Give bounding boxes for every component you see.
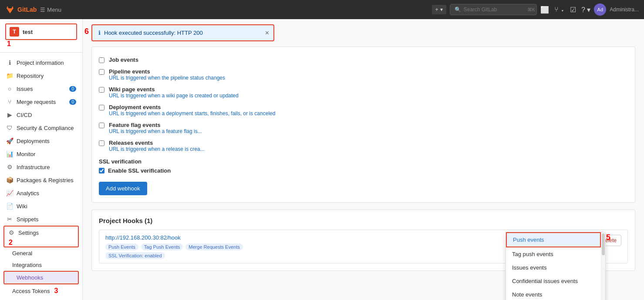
ssl-tag: SSL Verification: enabled — [105, 252, 165, 259]
dropdown-scrollbar[interactable] — [601, 232, 605, 300]
display-icon[interactable]: ⬜ — [540, 6, 549, 14]
snippets-icon: ✂ — [6, 216, 13, 223]
sidebar-item-project-information[interactable]: ℹ Project information — [0, 56, 82, 69]
event-row-job: Job events — [99, 54, 628, 66]
deployment-events-checkbox[interactable] — [99, 105, 105, 110]
sidebar-sub-item-webhooks[interactable]: Webhooks — [3, 271, 79, 284]
sidebar-label: Analytics — [17, 190, 39, 197]
deployment-events-label: Deployment events — [109, 104, 275, 110]
event-row-wiki: Wiki page events URL is triggered when a… — [99, 83, 628, 101]
ssl-checkbox-label: Enable SSL verification — [108, 167, 171, 174]
sidebar-label: CI/CD — [17, 112, 32, 118]
dropdown-item-issues[interactable]: Issues events — [506, 261, 601, 274]
releases-events-desc: URL is triggered when a release is crea.… — [109, 146, 205, 152]
sidebar-item-repository[interactable]: 📁 Repository — [0, 69, 82, 82]
dropdown-item-note[interactable]: Note events — [506, 288, 601, 300]
sidebar-label: Issues — [17, 86, 33, 92]
sidebar: T test 1 ℹ Project information 📁 Reposit… — [0, 19, 83, 300]
notification-close-button[interactable]: × — [265, 29, 269, 37]
feature-flag-events-checkbox[interactable] — [99, 123, 105, 128]
event-row-deployment: Deployment events URL is triggered when … — [99, 101, 628, 119]
security-icon: 🛡 — [6, 124, 13, 131]
info-icon: ℹ — [6, 59, 13, 66]
sidebar-sub-item-repository-settings[interactable]: Repository — [0, 297, 82, 300]
analytics-icon: 📈 — [6, 190, 13, 197]
sidebar-label: Repository — [17, 73, 44, 79]
sidebar-item-wiki[interactable]: 📄 Wiki — [0, 200, 82, 213]
sidebar-item-monitor[interactable]: 📊 Monitor — [0, 147, 82, 160]
sidebar-label: Monitor — [17, 151, 35, 157]
sidebar-item-merge-requests[interactable]: ⑂ Merge requests 0 — [0, 95, 82, 108]
help-icon[interactable]: ? ▾ — [581, 6, 590, 14]
sidebar-sub-item-integrations[interactable]: Integrations — [0, 259, 82, 271]
avatar[interactable]: Ad — [594, 3, 606, 16]
sidebar-label: Snippets — [17, 216, 39, 223]
sidebar-item-infrastructure[interactable]: ⚙ Infrastructure — [0, 160, 82, 173]
event-row-pipeline: Pipeline events URL is triggered when th… — [99, 66, 628, 83]
wiki-icon: 📄 — [6, 203, 13, 210]
search-box[interactable]: 🔍 ⌘K — [450, 4, 537, 15]
push-events-tag: Push Events — [105, 243, 138, 250]
sidebar-item-issues[interactable]: ○ Issues 0 — [0, 82, 82, 95]
sidebar-item-cicd[interactable]: ▶ CI/CD — [0, 108, 82, 121]
sidebar-label: Packages & Registries — [17, 177, 74, 183]
repository-icon: 📁 — [6, 72, 13, 79]
info-icon: ℹ — [98, 30, 101, 36]
pipeline-events-checkbox[interactable] — [99, 69, 105, 75]
sub-label: Integrations — [12, 262, 42, 268]
merge-icon: ⑂ — [6, 98, 13, 105]
menu-button[interactable]: ☰ Menu — [40, 7, 61, 13]
project-hooks-section: Project Hooks (1) http://192.168.200.30:… — [91, 210, 635, 271]
main-content: ℹ Hook executed successfully: HTTP 200 ×… — [83, 19, 644, 300]
hook-url: http://192.168.200.30:82/hook — [105, 234, 243, 241]
search-input[interactable] — [464, 7, 525, 13]
annotation-5: 5 — [606, 233, 610, 242]
sidebar-item-deployments[interactable]: 🚀 Deployments — [0, 134, 82, 147]
packages-icon: 📦 — [6, 177, 13, 183]
issues-icon: ○ — [6, 85, 13, 92]
sidebar-sub-item-general[interactable]: General — [0, 247, 82, 259]
sidebar-label: Security & Compliance — [17, 125, 74, 131]
sidebar-label: Deployments — [17, 138, 50, 144]
sidebar-item-snippets[interactable]: ✂ Snippets — [0, 213, 82, 226]
topnav: GitLab ☰ Menu + ▾ 🔍 ⌘K ⬜ ⑂ ▾ ☑ ? ▾ Ad Ad… — [0, 0, 644, 19]
sidebar-item-analytics[interactable]: 📈 Analytics — [0, 187, 82, 200]
project-selector[interactable]: T test — [5, 23, 77, 40]
plus-icon: + — [435, 7, 438, 13]
topnav-icons: ⬜ ⑂ ▾ ☑ ? ▾ — [540, 6, 591, 14]
mr-badge: 0 — [69, 99, 76, 105]
wiki-events-desc: URL is triggered when a wiki page is cre… — [109, 93, 239, 99]
feature-flag-events-label: Feature flag events — [109, 122, 202, 128]
hamburger-icon: ☰ — [40, 7, 45, 13]
sidebar-label: Settings — [18, 230, 39, 236]
releases-events-checkbox[interactable] — [99, 140, 105, 146]
gitlab-logo[interactable]: GitLab — [5, 5, 37, 14]
settings-icon: ⚙ — [8, 229, 15, 236]
job-events-label: Job events — [109, 57, 138, 63]
annotation-3: 3 — [54, 287, 58, 295]
project-name: test — [23, 29, 33, 35]
issues-badge: 0 — [69, 86, 76, 92]
job-events-checkbox[interactable] — [99, 57, 105, 63]
logo-text: GitLab — [17, 6, 37, 13]
settings-section: ⚙ Settings 2 — [3, 226, 79, 247]
todo-icon[interactable]: ☑ — [570, 6, 576, 14]
wiki-events-checkbox[interactable] — [99, 87, 105, 93]
monitor-icon: 📊 — [6, 150, 13, 157]
annotation-6: 6 — [84, 27, 89, 36]
ssl-checkbox[interactable] — [99, 168, 105, 173]
sidebar-item-security[interactable]: 🛡 Security & Compliance — [0, 121, 82, 134]
add-webhook-button[interactable]: Add webhook — [99, 182, 147, 195]
test-dropdown: Push events 5 Tag push events Issues eve… — [506, 232, 606, 300]
sidebar-item-packages[interactable]: 📦 Packages & Registries — [0, 173, 82, 187]
feature-flag-events-desc: URL is triggered when a feature flag is.… — [109, 128, 202, 134]
dropdown-item-tag-push[interactable]: Tag push events — [506, 247, 601, 261]
notification-bar: ℹ Hook executed successfully: HTTP 200 ×… — [91, 24, 274, 41]
dropdown-item-push-events[interactable]: Push events 5 — [506, 232, 601, 247]
sidebar-item-settings[interactable]: ⚙ Settings — [4, 227, 78, 239]
new-item-button[interactable]: + ▾ — [432, 5, 446, 14]
sidebar-sub-item-access-tokens[interactable]: Access Tokens 3 — [0, 284, 82, 297]
merge-requests-icon[interactable]: ⑂ ▾ — [554, 6, 565, 13]
deployment-events-desc: URL is triggered when a deployment start… — [109, 110, 275, 117]
dropdown-item-confidential-issues[interactable]: Confidential issues events — [506, 274, 601, 288]
